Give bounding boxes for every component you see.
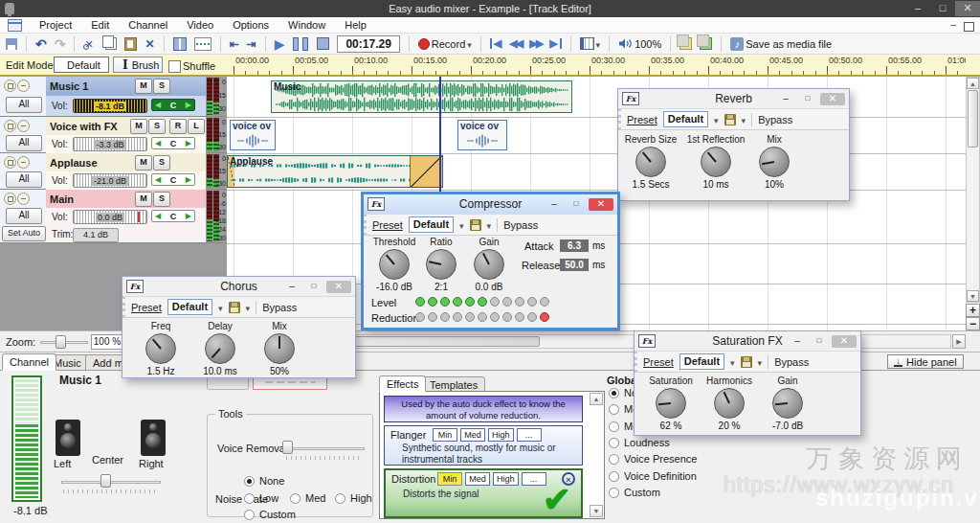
track-header[interactable]: Applause M S xyxy=(46,153,206,171)
effect-level-button-med[interactable]: Med xyxy=(465,472,490,486)
voice-removal-track[interactable] xyxy=(284,447,365,450)
clip-applause[interactable]: Applause xyxy=(227,155,443,188)
save-dropdown-icon[interactable] xyxy=(246,302,251,313)
preset-dropdown[interactable]: Default xyxy=(679,353,724,370)
go-end-button[interactable] xyxy=(547,37,563,50)
preset-dropdown-icon[interactable] xyxy=(218,302,223,313)
knob-dial[interactable] xyxy=(759,147,790,177)
effect-level-button-dotdotdot[interactable]: ... xyxy=(517,428,542,442)
pan-left-icon[interactable]: ◀ xyxy=(155,139,161,148)
bypass-toggle[interactable]: Bypass xyxy=(503,219,538,231)
envelope-button[interactable] xyxy=(192,36,213,52)
paste-button[interactable] xyxy=(122,36,139,52)
mixdown-yellow-button[interactable] xyxy=(678,36,694,51)
menu-window[interactable]: Window xyxy=(288,19,325,31)
pause-button[interactable] xyxy=(290,36,311,52)
knob-dial[interactable] xyxy=(656,388,686,419)
split-clip-button[interactable] xyxy=(171,36,189,52)
knob-dial[interactable] xyxy=(714,388,745,419)
tab-effects[interactable]: Effects xyxy=(379,375,426,392)
preset-dropdown-icon[interactable] xyxy=(459,219,464,231)
maximize-icon[interactable]: □ xyxy=(304,281,323,293)
zoom-slider-thumb[interactable] xyxy=(56,335,66,349)
rewind-button[interactable] xyxy=(507,37,523,50)
save-dropdown-icon[interactable] xyxy=(487,219,492,231)
volume-slider[interactable]: -21.0 dB xyxy=(73,173,147,188)
noise-gate-high-radio[interactable]: High xyxy=(335,492,372,504)
voice-removal-thumb[interactable] xyxy=(282,441,293,454)
pan-left-icon[interactable]: ◀ xyxy=(155,212,161,220)
save-button[interactable] xyxy=(4,37,19,51)
scroll-down-icon[interactable]: ▼ xyxy=(967,290,979,302)
solo-button[interactable]: S xyxy=(153,192,170,207)
menu-project[interactable]: Project xyxy=(39,19,72,31)
global-option-loudness[interactable]: Loudness xyxy=(609,437,670,448)
copy-button[interactable] xyxy=(100,36,119,51)
preset-dropdown[interactable]: Default xyxy=(167,299,212,315)
reverb-window[interactable]: Fx Reverb – □ ✕ Preset Default Bypass Re… xyxy=(617,88,850,201)
track-maximize-button[interactable] xyxy=(4,156,16,169)
zoom-out-button[interactable]: − xyxy=(966,317,980,330)
global-option-custom[interactable]: Custom xyxy=(609,487,660,498)
trim-value-button[interactable]: 4.1 dB xyxy=(73,228,119,242)
global-option-voice-presence[interactable]: Voice Presence xyxy=(609,453,697,465)
solo-button[interactable]: S xyxy=(153,155,170,171)
knob-dial[interactable] xyxy=(145,333,176,364)
track-all-button[interactable]: All xyxy=(6,97,42,113)
maximize-icon[interactable]: □ xyxy=(798,93,817,105)
fade-out-handle[interactable] xyxy=(410,156,442,187)
window-titlebar[interactable]: Fx Chorus – □ ✕ xyxy=(122,277,355,296)
save-preset-icon[interactable] xyxy=(741,356,752,368)
track-header[interactable]: Music 1 M S xyxy=(46,77,206,96)
solo-button[interactable]: S xyxy=(148,119,166,134)
undo-button[interactable] xyxy=(33,35,49,53)
master-volume-button[interactable]: 100% xyxy=(616,37,663,51)
maximize-icon[interactable]: □ xyxy=(810,335,829,348)
scrollbar-thumb[interactable] xyxy=(968,90,978,148)
close-icon[interactable]: ✕ xyxy=(820,93,845,105)
scroll-up-icon[interactable]: ▲ xyxy=(967,78,979,89)
effect-level-button-high[interactable]: High xyxy=(493,472,519,486)
track-maximize-button[interactable] xyxy=(4,120,16,132)
pan-slider-track[interactable] xyxy=(61,481,161,484)
preset-link[interactable]: Preset xyxy=(372,219,403,231)
mute-button[interactable]: M xyxy=(135,79,152,94)
minimize-icon[interactable]: – xyxy=(282,281,301,293)
stop-button[interactable] xyxy=(315,36,331,51)
menu-help[interactable]: Help xyxy=(345,19,367,31)
pan-control[interactable]: ◀ C ▶ xyxy=(151,137,195,149)
knob-mix[interactable]: Mix 10% xyxy=(744,134,805,190)
cut-button[interactable] xyxy=(81,37,97,51)
snap-right-button[interactable] xyxy=(245,36,258,52)
track-maximize-button[interactable] xyxy=(4,80,16,92)
menu-options[interactable]: Options xyxy=(233,19,269,31)
scroll-up-icon[interactable]: ▲ xyxy=(590,393,603,405)
preset-link[interactable]: Preset xyxy=(643,356,674,368)
mute-button[interactable]: M xyxy=(135,192,152,207)
knob-dial[interactable] xyxy=(205,333,235,364)
view-mode-button[interactable] xyxy=(578,36,603,51)
saturation-window[interactable]: Fx Saturation FX – □ ✕ Preset Default By… xyxy=(634,330,861,436)
release-value[interactable]: 50.0 xyxy=(560,259,589,271)
window-titlebar[interactable]: Fx Compressor – □ ✕ xyxy=(364,194,617,214)
attack-value[interactable]: 6.3 xyxy=(560,239,589,252)
mdi-minimize-icon[interactable]: – xyxy=(950,19,956,32)
knob-dial[interactable] xyxy=(701,147,731,177)
save-dropdown-icon[interactable] xyxy=(742,114,746,125)
knob-gain[interactable]: Gain 0.0 dB xyxy=(458,237,520,292)
effect-level-button-min[interactable]: Min xyxy=(437,472,462,486)
close-icon[interactable]: ✕ xyxy=(955,1,980,16)
go-start-button[interactable] xyxy=(488,37,503,50)
volume-slider[interactable]: -8.1 dB xyxy=(73,99,147,113)
noise-gate-none-radio[interactable]: None xyxy=(244,475,284,487)
save-media-button[interactable]: Save as media file xyxy=(728,36,834,52)
track-header[interactable]: Voice with FX M S R L xyxy=(46,117,206,135)
knob-dial[interactable] xyxy=(264,333,295,364)
pan-slider-thumb[interactable] xyxy=(100,474,111,488)
pan-right-icon[interactable]: ▶ xyxy=(186,101,191,109)
zoom-in-button[interactable]: + xyxy=(966,304,980,317)
volume-slider[interactable]: 0.0 dB xyxy=(73,210,147,224)
effect-level-button-high[interactable]: High xyxy=(488,428,514,442)
menu-edit[interactable]: Edit xyxy=(91,19,109,31)
preset-dropdown[interactable]: Default xyxy=(409,216,454,233)
